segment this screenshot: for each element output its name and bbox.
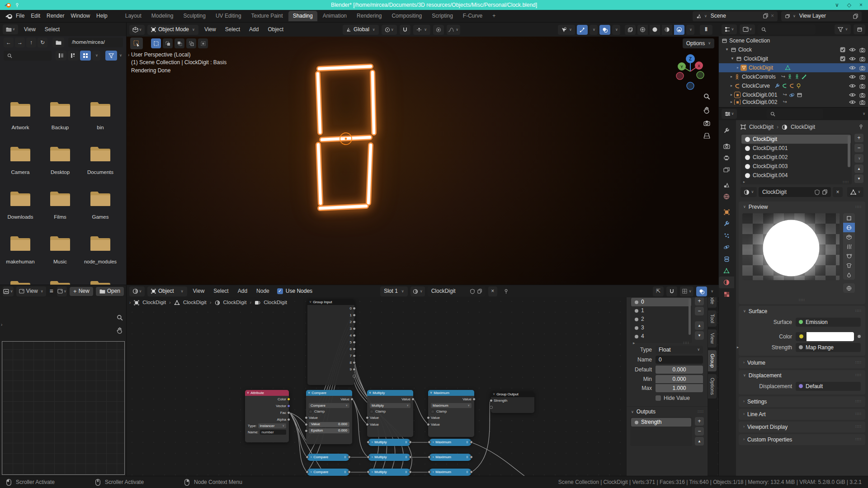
shading-dropdown[interactable]: ∨ <box>686 25 694 35</box>
select-mode-subtract-button[interactable] <box>175 38 184 48</box>
folder-label[interactable]: bin <box>80 125 121 131</box>
maximum-node-collapsed[interactable]: ›Maximum‖ <box>429 439 472 446</box>
tab-render[interactable] <box>719 140 734 152</box>
editor-type-outliner[interactable]: ∨ <box>722 24 737 34</box>
remove-input-button[interactable]: − <box>695 307 704 315</box>
properties-search-input[interactable] <box>767 109 823 119</box>
workspace-tab-rendering[interactable]: Rendering <box>352 11 386 21</box>
preview-world-button[interactable] <box>843 283 855 293</box>
scene-selector[interactable]: ∨ Scene × <box>693 11 778 21</box>
material-slot[interactable]: ClockDigit <box>741 135 851 144</box>
tab-material[interactable] <box>719 277 734 288</box>
slot-move-up-button[interactable]: ▲ <box>854 164 863 173</box>
sidebar-tab-view[interactable]: View <box>708 329 717 347</box>
shading-solid-button[interactable] <box>650 25 660 35</box>
move-output-up-button[interactable]: ▲ <box>695 437 704 446</box>
folder-label[interactable]: Games <box>80 214 121 221</box>
viewport-zoom-icon[interactable] <box>703 93 710 100</box>
maximum-node[interactable]: ∨Maximum Value Maximum∨ Clamp Value Valu… <box>428 390 474 437</box>
shading-material-button[interactable] <box>662 25 672 35</box>
material-specials-button[interactable]: ∨ <box>847 187 863 197</box>
tab-object[interactable] <box>719 206 734 218</box>
node-overlays-toggle[interactable] <box>696 286 707 296</box>
viewport-pan-icon[interactable] <box>703 107 710 114</box>
image-open-button[interactable]: Open <box>96 287 124 296</box>
maximum-node-collapsed[interactable]: ›Maximum‖ <box>429 454 472 461</box>
hide-eye-icon[interactable] <box>849 75 856 79</box>
hide-eye-icon[interactable] <box>849 56 856 61</box>
slot-move-down-button[interactable]: ▼ <box>854 174 863 183</box>
attribute-node[interactable]: ∨Attribute Color Vector Fac Alpha Type:I… <box>245 390 289 442</box>
properties-options-dropdown[interactable]: ∨ <box>863 112 865 116</box>
shading-wireframe-button[interactable] <box>637 25 648 35</box>
folder-label[interactable]: makehuman <box>0 259 41 265</box>
folder-label[interactable]: Documents <box>80 169 121 176</box>
tab-modifiers[interactable] <box>719 218 734 230</box>
file-filter-button[interactable] <box>105 51 117 61</box>
sidebar-toggle-chevron[interactable]: › <box>1 322 2 328</box>
menu-file[interactable]: File <box>13 13 28 19</box>
strength-link-dropdown[interactable]: Map Range <box>796 343 861 352</box>
select-mode-intersect-button[interactable] <box>198 38 208 48</box>
compare-node-collapsed[interactable]: ›Compare‖ <box>307 454 349 461</box>
tab-output[interactable] <box>719 152 734 164</box>
folder-item[interactable] <box>90 189 111 207</box>
material-slot[interactable]: ClockDigit.002 <box>741 153 851 162</box>
folder-item[interactable] <box>90 234 111 252</box>
select-mode-set-button[interactable] <box>151 38 161 48</box>
window-close-button[interactable]: × <box>859 2 863 8</box>
preview-cube-button[interactable] <box>843 232 855 242</box>
workspace-tab-scripting[interactable]: Scripting <box>427 11 458 21</box>
folder-item[interactable] <box>49 99 71 117</box>
file-path-field[interactable]: /home/mircea/ <box>68 38 123 47</box>
new-collection-button[interactable] <box>854 24 865 34</box>
render-visibility-icon[interactable] <box>859 47 865 52</box>
input-default-slider[interactable]: 0.000 <box>656 366 703 374</box>
outliner-display-mode[interactable]: ∨ <box>740 24 755 34</box>
select-mode-extend-button[interactable] <box>163 38 173 48</box>
folder-item[interactable] <box>90 278 111 285</box>
window-maximize-button[interactable]: ◇ <box>847 2 851 8</box>
unlink-material-button[interactable]: × <box>488 286 497 296</box>
workspace-tab-modeling[interactable]: Modeling <box>147 11 178 21</box>
outliner-row-clockdigit-object[interactable]: ▸ ClockDigit <box>719 63 868 72</box>
folder-label[interactable]: node_modules <box>80 259 121 265</box>
use-nodes-checkbox[interactable]: ✓ Use Nodes <box>277 288 312 294</box>
folder-item[interactable] <box>9 189 31 207</box>
color-swatch[interactable] <box>807 332 854 341</box>
folder-item[interactable] <box>9 144 31 162</box>
input-item[interactable]: 3 <box>631 324 691 332</box>
viewport-menu-view[interactable]: View <box>201 26 219 33</box>
node-menu-view[interactable]: View <box>190 288 208 294</box>
remove-output-button[interactable]: − <box>695 427 704 436</box>
hide-eye-icon[interactable] <box>849 47 856 52</box>
render-visibility-icon[interactable] <box>859 93 865 98</box>
folder-item[interactable] <box>49 234 71 252</box>
pivot-point-selector[interactable]: ∨ <box>382 25 397 35</box>
snap-node-toggle[interactable] <box>666 286 677 296</box>
folder-label[interactable]: Artwork <box>0 125 41 131</box>
gizmo-dropdown[interactable]: ∨ <box>590 25 598 35</box>
tab-object-data[interactable] <box>719 265 734 277</box>
displacement-dropdown[interactable]: Default <box>796 382 861 391</box>
animate-decorator[interactable] <box>858 335 861 338</box>
folder-item[interactable] <box>49 189 71 207</box>
outliner-search-input[interactable] <box>758 24 816 34</box>
move-input-down-button[interactable]: ▼ <box>695 331 704 340</box>
material-browse-button[interactable]: ∨ <box>410 286 425 296</box>
material-name-field[interactable]: ClockDigit <box>759 187 831 197</box>
preview-sphere-button[interactable] <box>843 223 855 232</box>
slot-specials-dropdown[interactable]: ∨ <box>854 154 863 163</box>
input-item[interactable]: 4 <box>631 332 691 341</box>
preview-hair-button[interactable] <box>843 242 855 251</box>
viewport-camera-icon[interactable] <box>703 120 710 126</box>
navigation-gizmo[interactable]: Z Y X <box>668 49 717 99</box>
file-browser-menu-view[interactable]: View <box>21 26 39 33</box>
outliner-row-clockcontrols[interactable]: ▸ ClockControls ↪ <box>719 72 868 81</box>
surface-collapse[interactable]: ∨ <box>743 309 746 314</box>
group-input-node[interactable]: ∨Group Input 0 1 2 3 4 5 6 7 8 9 <box>307 299 354 385</box>
menu-edit[interactable]: Edit <box>28 13 43 19</box>
proportional-falloff-dropdown[interactable]: ∨ <box>447 25 460 35</box>
hide-eye-icon[interactable] <box>849 100 856 104</box>
hamburger-menu-icon[interactable]: ≡ <box>50 287 53 295</box>
